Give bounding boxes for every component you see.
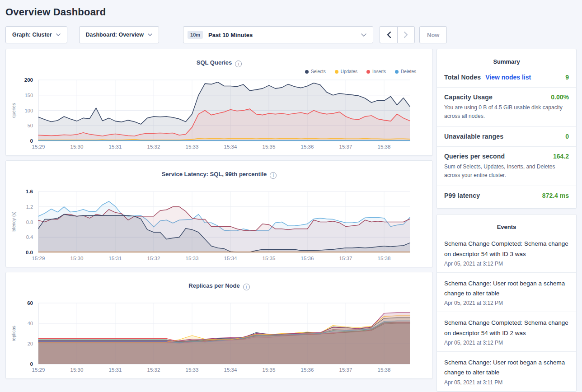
- replicas-per-node-chart[interactable]: 020406015:2915:3015:3115:3215:3315:3415:…: [6, 299, 432, 375]
- svg-text:15:29: 15:29: [32, 367, 45, 373]
- chart-title: SQL Queries: [197, 59, 232, 66]
- chevron-right-icon: [404, 32, 408, 38]
- time-range-badge: 10m: [188, 31, 203, 39]
- time-forward-button[interactable]: [397, 26, 415, 43]
- service-latency-chart[interactable]: 0.00.40.81.21.615:2915:3015:3115:3215:33…: [6, 188, 432, 263]
- chevron-down-icon: [148, 33, 152, 36]
- event-message: Schema Change: User root began a schema …: [444, 358, 569, 378]
- stat-label: P99 latency: [444, 192, 480, 199]
- svg-text:15:37: 15:37: [339, 256, 352, 261]
- svg-text:15:32: 15:32: [147, 144, 160, 149]
- chart-header: Service Latency: SQL, 99th percentilei: [6, 161, 432, 188]
- svg-text:15:35: 15:35: [263, 256, 276, 261]
- svg-text:0.4: 0.4: [26, 234, 33, 240]
- legend-dot: [335, 70, 338, 74]
- svg-text:0.0: 0.0: [26, 250, 33, 255]
- dashboard-dropdown-label: Dashboard: Overview: [86, 32, 144, 38]
- svg-text:15:36: 15:36: [301, 144, 314, 149]
- svg-text:15:29: 15:29: [32, 256, 45, 261]
- event-timestamp: Apr 05, 2021 at 3:12 PM: [444, 261, 569, 267]
- svg-text:40: 40: [28, 321, 33, 326]
- chart-header: SQL Queriesi SelectsUpdatesInsertsDelete…: [6, 49, 432, 76]
- event-timestamp: Apr 05, 2021 at 3:11 PM: [444, 379, 569, 386]
- chart-card-replicas-per-node: Replicas per Nodei 020406015:2915:3015:3…: [5, 272, 433, 379]
- stat-value: 872.4 ms: [542, 192, 569, 199]
- now-button[interactable]: Now: [419, 26, 447, 43]
- legend-label: Deletes: [401, 69, 416, 74]
- legend-dot: [366, 70, 370, 74]
- info-icon[interactable]: i: [235, 61, 242, 67]
- event-message: Schema Change Completed: Schema change o…: [444, 318, 569, 338]
- events-panel: Events Schema Change Completed: Schema c…: [436, 214, 577, 391]
- summary-stat-row: Queries per second164.2Sum of Selects, U…: [437, 146, 576, 186]
- stat-value: 164.2: [553, 153, 569, 160]
- svg-text:15:33: 15:33: [186, 367, 199, 373]
- event-item: Schema Change Completed: Schema change o…: [437, 233, 576, 272]
- summary-panel: Summary Total NodesView nodes list9Capac…: [436, 49, 577, 209]
- charts-column: SQL Queriesi SelectsUpdatesInsertsDelete…: [5, 49, 433, 379]
- svg-text:60: 60: [27, 300, 33, 306]
- svg-text:15:32: 15:32: [147, 256, 160, 261]
- svg-text:15:34: 15:34: [224, 367, 237, 373]
- stat-description: Sum of Selects, Updates, Inserts, and De…: [444, 163, 569, 179]
- page-header: Overview Dashboard: [0, 0, 582, 23]
- svg-text:15:32: 15:32: [147, 367, 160, 373]
- legend-item-deletes: Deletes: [395, 69, 416, 74]
- svg-text:15:38: 15:38: [378, 367, 391, 373]
- graph-dropdown[interactable]: Graph: Cluster: [5, 26, 67, 43]
- legend-item-inserts: Inserts: [366, 69, 386, 74]
- stat-label: Total Nodes: [444, 74, 481, 81]
- svg-text:15:35: 15:35: [263, 144, 276, 149]
- svg-text:15:37: 15:37: [339, 367, 352, 373]
- svg-text:15:34: 15:34: [224, 144, 237, 149]
- legend-item-updates: Updates: [335, 69, 357, 74]
- chevron-down-icon: [361, 33, 366, 37]
- svg-text:15:31: 15:31: [109, 256, 122, 261]
- page-title: Overview Dashboard: [5, 6, 577, 18]
- toolbar-divider: [171, 26, 171, 43]
- svg-text:15:38: 15:38: [378, 256, 391, 261]
- summary-stat-row: P99 latency872.4 ms: [437, 186, 576, 205]
- y-axis-unit-label: queries: [11, 103, 16, 118]
- svg-text:15:31: 15:31: [109, 144, 122, 149]
- stat-label: Unavailable ranges: [444, 133, 503, 140]
- dashboard-dropdown[interactable]: Dashboard: Overview: [79, 26, 160, 43]
- summary-stats: Total NodesView nodes list9Capacity Usag…: [437, 68, 576, 205]
- sql-queries-chart[interactable]: 05010015020015:2915:3015:3115:3215:3315:…: [6, 76, 432, 152]
- event-message: Schema Change Completed: Schema change o…: [444, 239, 569, 259]
- stat-value: 9: [565, 74, 569, 81]
- svg-text:150: 150: [25, 93, 33, 98]
- svg-text:15:37: 15:37: [339, 144, 352, 149]
- chart-title: Replicas per Node: [188, 282, 239, 289]
- stat-value: 0.00%: [551, 93, 569, 101]
- event-item: Schema Change Completed: Schema change o…: [437, 312, 576, 351]
- svg-text:15:30: 15:30: [70, 256, 84, 261]
- svg-text:15:33: 15:33: [186, 144, 199, 149]
- toolbar: Graph: Cluster Dashboard: Overview 10m P…: [5, 26, 577, 43]
- svg-text:1.6: 1.6: [26, 189, 33, 194]
- stat-description: You are using 0 B of 4.5 GiB usable disk…: [444, 103, 569, 120]
- y-axis-unit-label: latency (s): [11, 211, 16, 232]
- time-range-picker[interactable]: 10m Past 10 Minutes: [183, 26, 373, 43]
- svg-text:15:36: 15:36: [301, 367, 314, 373]
- view-nodes-list-link[interactable]: View nodes list: [485, 74, 531, 81]
- chart-title: Service Latency: SQL, 99th percentile: [162, 171, 267, 177]
- summary-title: Summary: [437, 49, 576, 68]
- info-icon[interactable]: i: [270, 172, 277, 179]
- time-pager: [380, 26, 415, 43]
- svg-text:20: 20: [28, 341, 33, 346]
- svg-text:15:29: 15:29: [32, 144, 45, 149]
- legend-item-selects: Selects: [305, 69, 326, 74]
- event-timestamp: Apr 05, 2021 at 3:12 PM: [444, 340, 569, 346]
- chart-card-sql-queries: SQL Queriesi SelectsUpdatesInsertsDelete…: [5, 49, 433, 156]
- svg-text:200: 200: [24, 77, 33, 83]
- legend-label: Updates: [341, 69, 357, 74]
- svg-text:50: 50: [28, 123, 33, 128]
- time-back-button[interactable]: [380, 26, 397, 43]
- time-range-label: Past 10 Minutes: [208, 32, 253, 38]
- svg-text:100: 100: [25, 108, 33, 113]
- chart-legend: SelectsUpdatesInsertsDeletes: [305, 69, 416, 74]
- events-title: Events: [437, 215, 576, 233]
- event-timestamp: Apr 05, 2021 at 3:12 PM: [444, 300, 569, 306]
- info-icon[interactable]: i: [243, 284, 250, 290]
